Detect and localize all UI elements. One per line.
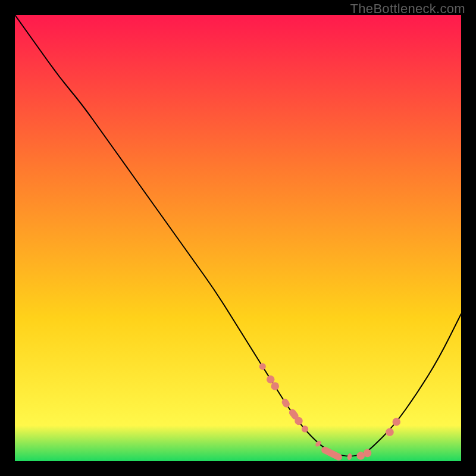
heatmap-background [15, 15, 461, 461]
data-marker [386, 428, 394, 437]
data-marker [271, 382, 279, 390]
data-marker [393, 418, 401, 426]
data-marker [364, 449, 372, 458]
data-marker [295, 417, 303, 425]
data-marker [267, 375, 275, 384]
chart-frame: { "watermark": "TheBottleneck.com", "col… [0, 0, 476, 476]
bottleneck-chart [15, 15, 461, 461]
watermark-text: TheBottleneck.com [350, 1, 465, 17]
